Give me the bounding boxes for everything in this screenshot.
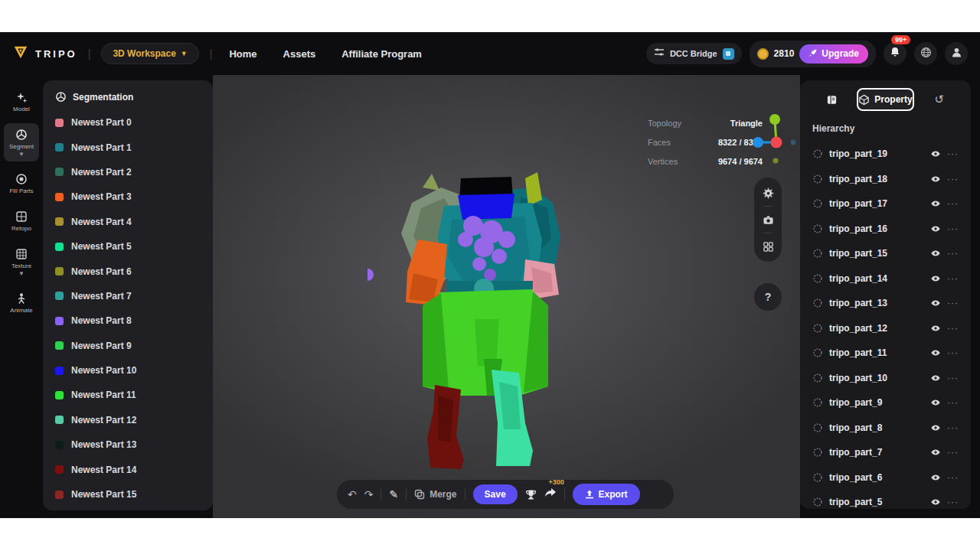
more-options-button[interactable]: ···: [947, 373, 959, 383]
visibility-toggle[interactable]: [930, 198, 941, 209]
upgrade-button[interactable]: Upgrade: [799, 44, 868, 64]
dcc-bridge-button[interactable]: DCC Bridge: [646, 43, 742, 64]
hierarchy-row[interactable]: tripo_part_12 ···: [806, 316, 965, 341]
visibility-toggle[interactable]: [930, 174, 941, 184]
visibility-toggle[interactable]: [930, 248, 941, 259]
hierarchy-row[interactable]: tripo_part_5 ···: [806, 490, 965, 509]
hierarchy-row[interactable]: tripo_part_13 ···: [806, 291, 965, 316]
segmentation-part-row[interactable]: Newest Part 9: [43, 334, 213, 358]
visibility-toggle[interactable]: [930, 472, 941, 483]
hierarchy-row[interactable]: tripo_part_7 ···: [806, 440, 965, 465]
hierarchy-row[interactable]: tripo_part_9 ···: [806, 390, 965, 416]
hierarchy-item-name: tripo_part_11: [829, 347, 924, 358]
more-options-button[interactable]: ···: [947, 323, 959, 334]
visibility-toggle[interactable]: [930, 422, 941, 433]
segmentation-part-row[interactable]: Newest Part 11: [43, 383, 213, 407]
nav-link[interactable]: Home: [229, 48, 256, 60]
part-color-swatch: [55, 341, 64, 350]
settings-button[interactable]: [760, 184, 776, 201]
language-button[interactable]: [914, 42, 937, 65]
visibility-toggle[interactable]: [930, 323, 941, 334]
segmentation-part-row[interactable]: Newest Part 15: [43, 482, 213, 507]
hierarchy-row[interactable]: tripo_part_17 ···: [806, 191, 965, 217]
navbar-right: DCC Bridge 2810 Upgrade 99+: [646, 41, 968, 67]
share-button[interactable]: +300: [544, 487, 557, 501]
segmentation-part-row[interactable]: Newest Part 12: [43, 408, 213, 432]
workspace-switcher[interactable]: 3D Workspace ▼: [101, 43, 198, 64]
visibility-toggle[interactable]: [930, 373, 941, 383]
visibility-toggle[interactable]: [930, 148, 941, 159]
segmentation-part-row[interactable]: Newest Part 6: [43, 259, 213, 283]
more-options-button[interactable]: ···: [947, 198, 959, 209]
visibility-toggle[interactable]: [930, 497, 941, 507]
segmentation-part-row[interactable]: Newest Part 10: [43, 358, 213, 383]
rail-item[interactable]: Texture ▼: [4, 243, 39, 281]
visibility-toggle[interactable]: [930, 347, 941, 358]
segmentation-part-row[interactable]: Newest Part 8: [43, 308, 213, 333]
brand[interactable]: TRIPO: [12, 44, 77, 64]
account-button[interactable]: [945, 42, 968, 65]
hierarchy-row[interactable]: tripo_part_16 ···: [806, 217, 965, 242]
rail-item[interactable]: Fill Parts: [4, 168, 39, 199]
hierarchy-row[interactable]: tripo_part_18 ···: [806, 167, 965, 192]
visibility-toggle[interactable]: [930, 223, 941, 234]
help-button[interactable]: ?: [754, 283, 782, 311]
tab-property[interactable]: Property: [857, 88, 913, 111]
layout-grid-button[interactable]: [760, 238, 776, 255]
hierarchy-row[interactable]: tripo_part_15 ···: [806, 241, 965, 266]
hierarchy-row[interactable]: tripo_part_10 ···: [806, 366, 965, 391]
segmentation-part-row[interactable]: Newest Part 0: [43, 110, 213, 135]
visibility-toggle[interactable]: [930, 447, 941, 458]
viewport-3d[interactable]: TopologyTriangle Faces8322 / 8322 Vertic…: [213, 75, 800, 518]
part-color-swatch: [55, 465, 64, 474]
segmentation-part-row[interactable]: Newest Part 2: [43, 160, 213, 184]
more-options-button[interactable]: ···: [947, 174, 959, 184]
rail-item[interactable]: Model: [4, 86, 39, 117]
segmentation-part-row[interactable]: Newest Part 4: [43, 210, 213, 234]
more-options-button[interactable]: ···: [947, 397, 959, 408]
rail-item[interactable]: Segment ▼: [4, 123, 39, 161]
merge-button[interactable]: Merge: [414, 489, 456, 500]
undo-button[interactable]: ↶: [348, 488, 357, 500]
notifications-button[interactable]: 99+: [884, 42, 906, 65]
more-options-button[interactable]: ···: [947, 148, 959, 159]
redo-button[interactable]: ↷: [364, 488, 374, 500]
nav-link[interactable]: Assets: [283, 48, 316, 60]
tab-history[interactable]: ↺: [914, 88, 965, 111]
rail-item[interactable]: Animate: [4, 287, 39, 318]
hierarchy-row[interactable]: tripo_part_8 ···: [806, 416, 965, 441]
model-3d-armor[interactable]: [368, 166, 597, 472]
segmentation-part-row[interactable]: Newest Part 13: [43, 432, 213, 457]
more-options-button[interactable]: ···: [947, 472, 959, 483]
hierarchy-row[interactable]: tripo_part_14 ···: [806, 266, 965, 292]
more-options-button[interactable]: ···: [947, 497, 959, 507]
tab-outline[interactable]: [806, 88, 857, 111]
segmentation-part-row[interactable]: Newest Part 5: [43, 234, 213, 259]
visibility-toggle[interactable]: [930, 298, 941, 308]
more-options-button[interactable]: ···: [947, 347, 959, 358]
trophy-button[interactable]: [525, 489, 537, 500]
save-button[interactable]: Save: [473, 484, 518, 504]
segmentation-part-row[interactable]: Newest Part 14: [43, 457, 213, 481]
more-options-button[interactable]: ···: [947, 298, 959, 308]
more-options-button[interactable]: ···: [947, 273, 959, 284]
more-options-button[interactable]: ···: [947, 447, 959, 458]
more-options-button[interactable]: ···: [947, 422, 959, 433]
more-options-button[interactable]: ···: [947, 248, 959, 259]
visibility-toggle[interactable]: [930, 273, 941, 284]
nav-link[interactable]: Affiliate Program: [341, 48, 422, 60]
segmentation-part-row[interactable]: Newest Part 1: [43, 135, 213, 159]
part-color-swatch: [55, 168, 64, 176]
hierarchy-row[interactable]: tripo_part_19 ···: [806, 142, 965, 167]
more-options-button[interactable]: ···: [947, 223, 959, 234]
visibility-toggle[interactable]: [930, 397, 941, 408]
brush-button[interactable]: ✎: [389, 488, 398, 500]
export-button[interactable]: Export: [573, 484, 640, 505]
hierarchy-row[interactable]: tripo_part_11 ···: [806, 341, 965, 366]
segmentation-part-row[interactable]: Newest Part 3: [43, 184, 213, 209]
axis-gizmo[interactable]: [750, 109, 799, 168]
hierarchy-row[interactable]: tripo_part_6 ···: [806, 465, 965, 491]
rail-item[interactable]: Retopo: [4, 205, 39, 236]
segmentation-part-row[interactable]: Newest Part 7: [43, 284, 213, 308]
camera-button[interactable]: [760, 211, 776, 228]
